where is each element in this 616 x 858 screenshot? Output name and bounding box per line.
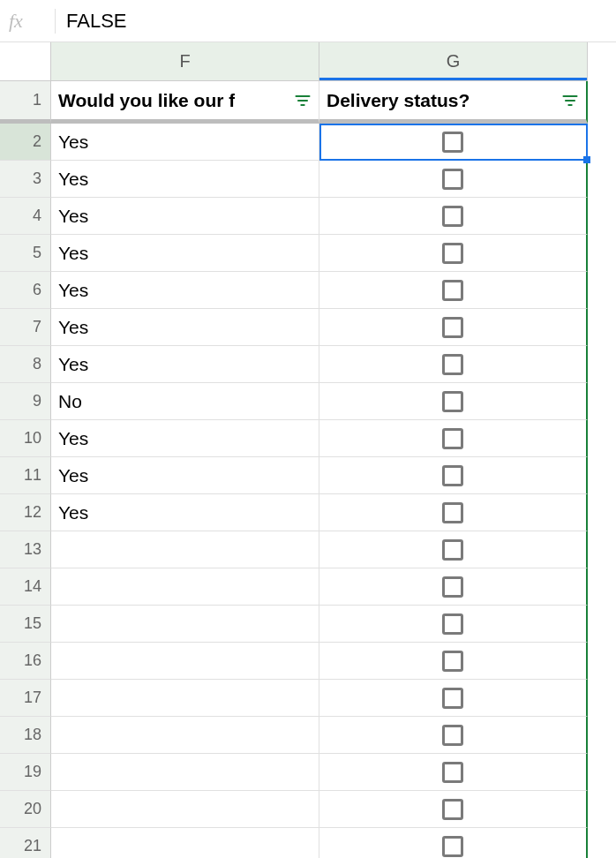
cell-f5[interactable]: Yes [51, 235, 319, 272]
checkbox[interactable] [442, 725, 463, 746]
row-header-16[interactable]: 16 [0, 643, 51, 680]
cell-g13[interactable] [319, 531, 588, 568]
row-header-12[interactable]: 12 [0, 494, 51, 531]
checkbox[interactable] [442, 169, 463, 190]
column-headers: F G [51, 42, 588, 81]
checkbox[interactable] [442, 317, 463, 338]
cell-g3[interactable] [319, 161, 588, 198]
cell-g2[interactable] [319, 124, 588, 161]
row-header-8[interactable]: 8 [0, 346, 51, 383]
row-header-13[interactable]: 13 [0, 531, 51, 568]
checkbox[interactable] [442, 243, 463, 264]
cell-f10[interactable]: Yes [51, 420, 319, 457]
cell-g11[interactable] [319, 457, 588, 494]
row-header-5[interactable]: 5 [0, 235, 51, 272]
table-row: Yes [51, 494, 588, 531]
row-header-11[interactable]: 11 [0, 457, 51, 494]
cell-g12[interactable] [319, 494, 588, 531]
table-row: Yes [51, 235, 588, 272]
cell-g6[interactable] [319, 272, 588, 309]
row-header-15[interactable]: 15 [0, 606, 51, 643]
row-header-19[interactable]: 19 [0, 754, 51, 791]
cell-f1-header[interactable]: Would you like our f [51, 81, 319, 124]
row-header-9[interactable]: 9 [0, 383, 51, 420]
checkbox[interactable] [442, 762, 463, 783]
row-header-17[interactable]: 17 [0, 680, 51, 717]
cell-f16[interactable] [51, 643, 319, 680]
row-header-14[interactable]: 14 [0, 568, 51, 606]
cell-g5[interactable] [319, 235, 588, 272]
cell-f21[interactable] [51, 828, 319, 858]
formula-value[interactable]: FALSE [66, 10, 607, 33]
cell-g8[interactable] [319, 346, 588, 383]
row-header-18[interactable]: 18 [0, 717, 51, 754]
cell-g1-header[interactable]: Delivery status? [319, 81, 588, 124]
checkbox[interactable] [442, 428, 463, 449]
checkbox[interactable] [442, 391, 463, 412]
cell-f13[interactable] [51, 531, 319, 568]
cell-g4[interactable] [319, 198, 588, 235]
cell-g10[interactable] [319, 420, 588, 457]
select-all-corner[interactable] [0, 42, 51, 81]
checkbox[interactable] [442, 799, 463, 820]
checkbox[interactable] [442, 613, 463, 635]
cell-f17[interactable] [51, 680, 319, 717]
cell-g18[interactable] [319, 717, 588, 754]
cell-f18[interactable] [51, 717, 319, 754]
cell-g14[interactable] [319, 568, 588, 606]
cell-g7[interactable] [319, 309, 588, 346]
cell-g20[interactable] [319, 791, 588, 828]
cell-g21[interactable] [319, 828, 588, 858]
cell-g15[interactable] [319, 606, 588, 643]
column-header-f[interactable]: F [51, 42, 319, 81]
cell-f15[interactable] [51, 606, 319, 643]
cell-f6[interactable]: Yes [51, 272, 319, 309]
row-header-10[interactable]: 10 [0, 420, 51, 457]
checkbox[interactable] [442, 280, 463, 301]
table-row: Yes [51, 420, 588, 457]
row-header-1[interactable]: 1 [0, 81, 51, 124]
cell-f3[interactable]: Yes [51, 161, 319, 198]
checkbox[interactable] [442, 354, 463, 375]
cell-g16[interactable] [319, 643, 588, 680]
column-f-title: Would you like our f [58, 90, 235, 111]
checkbox[interactable] [442, 651, 463, 672]
filter-icon[interactable] [294, 92, 312, 109]
checkbox[interactable] [442, 206, 463, 227]
table-row: Yes [51, 198, 588, 235]
checkbox[interactable] [442, 502, 463, 523]
row-header-21[interactable]: 21 [0, 828, 51, 858]
cell-f4[interactable]: Yes [51, 198, 319, 235]
row-header-7[interactable]: 7 [0, 309, 51, 346]
row-header-2[interactable]: 2 [0, 124, 51, 161]
filter-icon[interactable] [561, 92, 579, 109]
table-row [51, 531, 588, 568]
row-header-4[interactable]: 4 [0, 198, 51, 235]
cell-f12[interactable]: Yes [51, 494, 319, 531]
cell-g9[interactable] [319, 383, 588, 420]
row-header-20[interactable]: 20 [0, 791, 51, 828]
checkbox[interactable] [442, 688, 463, 709]
table-row [51, 606, 588, 643]
cells-region: Would you like our f Delivery status? Ye… [51, 81, 588, 858]
cell-f19[interactable] [51, 754, 319, 791]
cell-f14[interactable] [51, 568, 319, 606]
cell-f20[interactable] [51, 791, 319, 828]
cell-f2[interactable]: Yes [51, 124, 319, 161]
checkbox[interactable] [442, 836, 463, 857]
cell-f11[interactable]: Yes [51, 457, 319, 494]
checkbox[interactable] [442, 539, 463, 561]
cell-f9[interactable]: No [51, 383, 319, 420]
row-header-6[interactable]: 6 [0, 272, 51, 309]
checkbox[interactable] [442, 576, 463, 598]
cell-f8[interactable]: Yes [51, 346, 319, 383]
table-row [51, 568, 588, 606]
row-header-3[interactable]: 3 [0, 161, 51, 198]
cell-f7[interactable]: Yes [51, 309, 319, 346]
checkbox[interactable] [442, 132, 463, 153]
cell-g19[interactable] [319, 754, 588, 791]
column-header-g[interactable]: G [319, 42, 588, 81]
cell-g17[interactable] [319, 680, 588, 717]
checkbox[interactable] [442, 465, 463, 486]
table-row: Yes [51, 309, 588, 346]
